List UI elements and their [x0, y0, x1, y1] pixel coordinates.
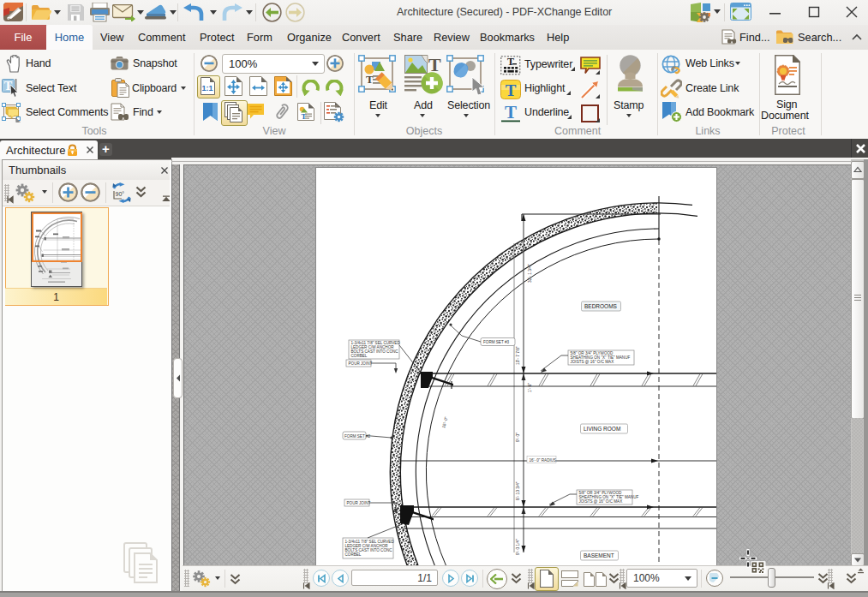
svg-text:T: T — [428, 55, 441, 75]
svg-text:1:1: 1:1 — [201, 84, 213, 93]
svg-text:8'- 10 3/4": 8'- 10 3/4" — [516, 481, 520, 500]
svg-text:LIVING ROOM: LIVING ROOM — [584, 426, 620, 432]
svg-text:FORM SET #2: FORM SET #2 — [344, 434, 370, 439]
svg-text:BASEMENT: BASEMENT — [584, 552, 614, 558]
svg-text:CORBEL: CORBEL — [345, 552, 362, 557]
svg-text:9'- 0 1/4": 9'- 0 1/4" — [516, 539, 520, 555]
svg-text:10'- 7 7/8": 10'- 7 7/8" — [516, 346, 520, 365]
svg-text:JOISTS @ 16" O/C MAX: JOISTS @ 16" O/C MAX — [571, 360, 614, 364]
svg-text:16'- 0" RADIUS: 16'- 0" RADIUS — [530, 458, 557, 463]
svg-text:9'- 0": 9'- 0" — [516, 433, 520, 442]
svg-text:1'- 6": 1'- 6" — [528, 383, 532, 392]
svg-text:16'- 0": 16'- 0" — [441, 416, 448, 429]
svg-text:T: T — [507, 56, 514, 68]
svg-text:POUR JOINT: POUR JOINT — [349, 361, 373, 366]
svg-text:FORM SET #3: FORM SET #3 — [483, 340, 509, 344]
svg-text:T: T — [506, 81, 517, 99]
svg-text:CORBEL: CORBEL — [351, 354, 368, 358]
svg-text:T: T — [366, 73, 374, 86]
svg-text:T: T — [505, 104, 517, 122]
svg-text:32'- 1 3/4": 32'- 1 3/4" — [528, 264, 532, 283]
svg-text:BEDROOMS: BEDROOMS — [584, 303, 618, 309]
svg-text:POUR JOINT: POUR JOINT — [347, 501, 371, 505]
svg-text:JOISTS @ 16" O/C MAX: JOISTS @ 16" O/C MAX — [579, 499, 623, 504]
